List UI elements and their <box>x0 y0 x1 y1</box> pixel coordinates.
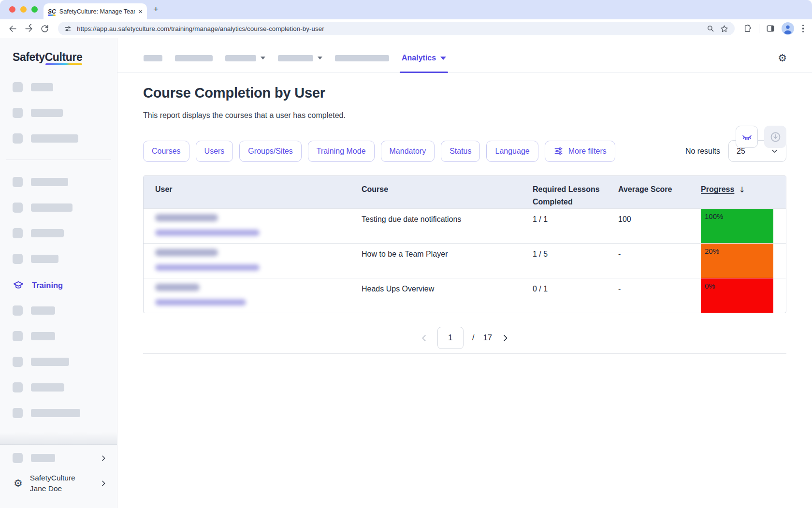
user-link-redacted[interactable] <box>144 278 362 313</box>
course-completion-table: User Course Required Lessons Completed A… <box>143 175 786 313</box>
filter-mandatory[interactable]: Mandatory <box>381 141 435 162</box>
page-actions <box>736 126 786 148</box>
filter-chips: Courses Users Groups/Sites Training Mode… <box>143 141 615 162</box>
sidebar-item-placeholder[interactable] <box>13 133 117 144</box>
table-header-row: User Course Required Lessons Completed A… <box>144 176 786 208</box>
side-panel-icon[interactable] <box>766 24 775 33</box>
filter-status[interactable]: Status <box>441 141 480 162</box>
progress-cell: 100% <box>701 209 786 243</box>
profile-avatar[interactable] <box>782 22 794 35</box>
new-tab-button[interactable]: + <box>153 4 159 15</box>
window-controls <box>9 6 38 13</box>
sidebar-item-placeholder[interactable] <box>13 408 117 418</box>
sidebar-bottom-item[interactable] <box>13 453 107 463</box>
hide-columns-button[interactable] <box>736 126 758 148</box>
browser-tab[interactable]: SC SafetyCulture: Manage Teams and... × <box>44 3 147 19</box>
account-org: SafetyCulture <box>30 473 92 483</box>
tab-analytics[interactable]: Analytics <box>402 44 446 73</box>
sidebar-bottom: ⚙ SafetyCulture Jane Doe <box>0 444 117 508</box>
more-filters-button[interactable]: More filters <box>545 141 615 162</box>
sidebar-item-placeholder[interactable] <box>13 203 117 213</box>
sidebar-item-placeholder[interactable] <box>13 82 117 92</box>
window-minimize-button[interactable] <box>20 6 27 13</box>
topnav-item-placeholder[interactable] <box>175 55 213 61</box>
sidebar-item-placeholder[interactable] <box>13 357 117 367</box>
user-link-redacted[interactable] <box>144 244 362 278</box>
download-report-button[interactable] <box>764 126 786 148</box>
sidebar-item-placeholder[interactable] <box>13 305 117 316</box>
page-size-value: 25 <box>737 147 745 156</box>
sidebar-item-training[interactable]: Training <box>13 279 117 291</box>
logo-culture: Culture <box>45 51 83 63</box>
filter-language[interactable]: Language <box>486 141 538 162</box>
sidebar-divider <box>6 160 111 160</box>
reload-button[interactable] <box>38 22 51 35</box>
header-user: User <box>144 176 362 208</box>
results-count: No results <box>685 147 720 156</box>
filter-courses[interactable]: Courses <box>143 141 189 162</box>
site-settings-icon[interactable] <box>64 25 72 33</box>
header-progress-sort[interactable]: Progress ↓ <box>701 176 786 208</box>
window-zoom-button[interactable] <box>31 6 38 13</box>
table-row: How to be a Team Player 1 / 5 - 20% <box>144 243 786 278</box>
sidebar-nav: Training <box>0 82 117 418</box>
sort-descending-icon: ↓ <box>739 184 745 196</box>
redacted-user-email <box>155 230 260 236</box>
topnav-item-placeholder[interactable] <box>278 55 322 61</box>
forward-arrow-icon <box>24 24 33 33</box>
required-lessons-cell: 1 / 1 <box>533 209 618 243</box>
chevron-right-icon <box>100 454 107 462</box>
topnav-item-placeholder[interactable] <box>335 55 389 61</box>
training-settings-gear-icon[interactable]: ⚙ <box>778 53 787 63</box>
account-user: Jane Doe <box>30 483 92 494</box>
course-cell: Testing due date notifications <box>362 209 533 243</box>
page-description: This report displays the courses that a … <box>143 111 786 120</box>
account-switcher[interactable]: ⚙ SafetyCulture Jane Doe <box>14 473 107 494</box>
sidebar-item-placeholder[interactable] <box>13 331 117 341</box>
redacted-user-name <box>155 284 200 291</box>
back-arrow-icon <box>8 24 17 33</box>
browser-toolbar: https://app.au.safetyculture.com/trainin… <box>0 19 812 38</box>
extensions-icon[interactable] <box>743 24 753 33</box>
sidebar-item-placeholder[interactable] <box>13 228 117 238</box>
sliders-icon <box>553 146 564 156</box>
url-bar[interactable]: https://app.au.safetyculture.com/trainin… <box>58 22 735 35</box>
tab-close-icon[interactable]: × <box>138 8 143 15</box>
course-cell: How to be a Team Player <box>362 244 533 278</box>
topnav-item-placeholder[interactable] <box>225 55 265 61</box>
previous-page-icon[interactable] <box>420 334 429 343</box>
header-average-score: Average Score <box>618 176 701 208</box>
table-row: Testing due date notifications 1 / 1 100… <box>144 208 786 243</box>
window-close-button[interactable] <box>9 6 15 13</box>
course-cell: Heads Ups Overview <box>362 278 533 313</box>
sidebar-item-placeholder[interactable] <box>13 382 117 392</box>
forward-button[interactable] <box>22 22 35 35</box>
user-link-redacted[interactable] <box>144 209 362 243</box>
sidebar-item-placeholder[interactable] <box>13 108 117 118</box>
training-topnav: Analytics ⚙ <box>117 44 812 73</box>
progress-cell: 0% <box>701 278 786 313</box>
zoom-icon[interactable] <box>706 24 715 33</box>
url-text: https://app.au.safetyculture.com/trainin… <box>77 25 701 32</box>
report-page: Course Completion by User This report di… <box>117 85 812 354</box>
pagination: 1 / 17 <box>143 327 786 349</box>
filter-groups-sites[interactable]: Groups/Sites <box>239 141 301 162</box>
bookmark-star-icon[interactable] <box>720 24 729 33</box>
redacted-user-email <box>155 264 260 271</box>
next-page-icon[interactable] <box>501 334 510 343</box>
chevron-down-icon <box>771 147 778 155</box>
filter-users[interactable]: Users <box>196 141 233 162</box>
browser-menu-icon[interactable] <box>800 25 806 33</box>
progress-bar-100: 100% <box>701 209 773 243</box>
average-score-cell: 100 <box>618 209 701 243</box>
progress-bar-0: 0% <box>701 278 773 313</box>
chevron-right-icon <box>100 479 107 487</box>
sidebar-item-placeholder[interactable] <box>13 177 117 187</box>
back-button[interactable] <box>6 22 19 35</box>
filter-training-mode[interactable]: Training Mode <box>308 141 375 162</box>
sidebar-item-placeholder[interactable] <box>13 254 117 264</box>
average-score-cell: - <box>618 278 701 313</box>
topnav-item-placeholder[interactable] <box>144 55 162 61</box>
current-page-input[interactable]: 1 <box>437 327 464 349</box>
analytics-label: Analytics <box>402 54 436 62</box>
